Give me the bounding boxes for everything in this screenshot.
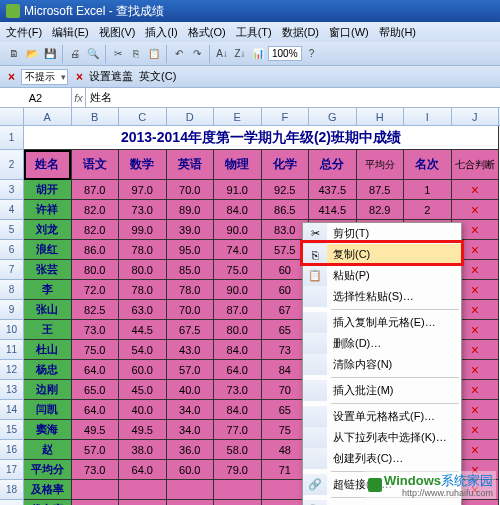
cell-r12-c4[interactable]: 64.0 bbox=[214, 360, 262, 380]
cell-r14-c4[interactable]: 84.0 bbox=[214, 400, 262, 420]
copy-icon[interactable]: ⎘ bbox=[128, 46, 144, 62]
cell-r6-c4[interactable]: 74.0 bbox=[214, 240, 262, 260]
cell-r3-c8[interactable]: 1 bbox=[404, 180, 452, 200]
cell-r8-c0[interactable]: 李 bbox=[24, 280, 72, 300]
cell-r17-c2[interactable]: 64.0 bbox=[119, 460, 167, 480]
cell-r5-c4[interactable]: 90.0 bbox=[214, 220, 262, 240]
cell-r18-c0[interactable]: 及格率 bbox=[24, 480, 72, 500]
cell-r4-c4[interactable]: 84.0 bbox=[214, 200, 262, 220]
cell-r7-c2[interactable]: 80.0 bbox=[119, 260, 167, 280]
redo-icon[interactable]: ↷ bbox=[189, 46, 205, 62]
cell-r17-c3[interactable]: 60.0 bbox=[167, 460, 215, 480]
cell-r18-c4[interactable] bbox=[214, 480, 262, 500]
cell-r13-c0[interactable]: 边刚 bbox=[24, 380, 72, 400]
row-header-4[interactable]: 4 bbox=[0, 200, 24, 220]
cell-r14-c0[interactable]: 闫凯 bbox=[24, 400, 72, 420]
cell-r16-c2[interactable]: 38.0 bbox=[119, 440, 167, 460]
cell-r5-c0[interactable]: 刘龙 bbox=[24, 220, 72, 240]
cell-r8-c3[interactable]: 78.0 bbox=[167, 280, 215, 300]
cell-r6-c3[interactable]: 95.0 bbox=[167, 240, 215, 260]
english-label[interactable]: 英文(C) bbox=[139, 69, 176, 84]
cell-r8-c4[interactable]: 90.0 bbox=[214, 280, 262, 300]
row-header-6[interactable]: 6 bbox=[0, 240, 24, 260]
menu-format[interactable]: 格式(O) bbox=[188, 25, 226, 40]
cell-r18-c1[interactable] bbox=[72, 480, 120, 500]
row-header-12[interactable]: 12 bbox=[0, 360, 24, 380]
cell-r19-c1[interactable] bbox=[72, 500, 120, 505]
ctx-item-6[interactable]: 删除(D)… bbox=[303, 333, 461, 354]
cell-r18-c2[interactable] bbox=[119, 480, 167, 500]
cell-r12-c1[interactable]: 64.0 bbox=[72, 360, 120, 380]
cell-r4-c3[interactable]: 89.0 bbox=[167, 200, 215, 220]
menu-view[interactable]: 视图(V) bbox=[99, 25, 136, 40]
cell-r13-c4[interactable]: 73.0 bbox=[214, 380, 262, 400]
cell-r14-c1[interactable]: 64.0 bbox=[72, 400, 120, 420]
cut-icon[interactable]: ✂ bbox=[110, 46, 126, 62]
cell-r12-c3[interactable]: 57.0 bbox=[167, 360, 215, 380]
row-header-3[interactable]: 3 bbox=[0, 180, 24, 200]
chart-icon[interactable]: 📊 bbox=[250, 46, 266, 62]
cell-r8-c2[interactable]: 78.0 bbox=[119, 280, 167, 300]
cell-r7-c0[interactable]: 张芸 bbox=[24, 260, 72, 280]
cell-r4-c1[interactable]: 82.0 bbox=[72, 200, 120, 220]
cell-r7-c4[interactable]: 75.0 bbox=[214, 260, 262, 280]
cell-r15-c2[interactable]: 49.5 bbox=[119, 420, 167, 440]
cell-r15-c3[interactable]: 34.0 bbox=[167, 420, 215, 440]
cell-r6-c0[interactable]: 浪红 bbox=[24, 240, 72, 260]
cell-r14-c3[interactable]: 34.0 bbox=[167, 400, 215, 420]
undo-icon[interactable]: ↶ bbox=[171, 46, 187, 62]
ctx-item-2[interactable]: 📋粘贴(P) bbox=[303, 265, 461, 286]
cell-r8-c1[interactable]: 72.0 bbox=[72, 280, 120, 300]
cell-r10-c3[interactable]: 67.5 bbox=[167, 320, 215, 340]
preview-icon[interactable]: 🔍 bbox=[85, 46, 101, 62]
new-icon[interactable]: 🗎 bbox=[6, 46, 22, 62]
hdr-judge[interactable]: 七合判断 bbox=[452, 150, 500, 180]
cell-r16-c1[interactable]: 57.0 bbox=[72, 440, 120, 460]
cell-r5-c1[interactable]: 82.0 bbox=[72, 220, 120, 240]
cell-r6-c1[interactable]: 86.0 bbox=[72, 240, 120, 260]
paste-icon[interactable]: 📋 bbox=[146, 46, 162, 62]
cell-r12-c2[interactable]: 60.0 bbox=[119, 360, 167, 380]
hdr-english[interactable]: 英语 bbox=[167, 150, 215, 180]
cell-r4-c8[interactable]: 2 bbox=[404, 200, 452, 220]
cell-r9-c4[interactable]: 87.0 bbox=[214, 300, 262, 320]
cell-r4-c2[interactable]: 73.0 bbox=[119, 200, 167, 220]
cell-r5-c3[interactable]: 39.0 bbox=[167, 220, 215, 240]
col-G[interactable]: G bbox=[309, 108, 357, 125]
close-x2-icon[interactable]: × bbox=[76, 70, 83, 84]
cell-r3-c0[interactable]: 胡开 bbox=[24, 180, 72, 200]
sheet-title[interactable]: 2013-2014年度第一学期九年级(2)班期中成绩 bbox=[24, 126, 499, 150]
cell-r10-c2[interactable]: 44.5 bbox=[119, 320, 167, 340]
row-header-16[interactable]: 16 bbox=[0, 440, 24, 460]
cell-r4-c7[interactable]: 82.9 bbox=[357, 200, 405, 220]
ctx-item-13[interactable]: 创建列表(C)… bbox=[303, 448, 461, 469]
cell-r13-c2[interactable]: 45.0 bbox=[119, 380, 167, 400]
col-F[interactable]: F bbox=[262, 108, 310, 125]
row-header-11[interactable]: 11 bbox=[0, 340, 24, 360]
cell-r11-c1[interactable]: 75.0 bbox=[72, 340, 120, 360]
cell-r18-c3[interactable] bbox=[167, 480, 215, 500]
hdr-chemistry[interactable]: 化学 bbox=[262, 150, 310, 180]
col-D[interactable]: D bbox=[167, 108, 215, 125]
hdr-rank[interactable]: 名次 bbox=[404, 150, 452, 180]
sort-asc-icon[interactable]: A↓ bbox=[214, 46, 230, 62]
cell-r9-c3[interactable]: 70.0 bbox=[167, 300, 215, 320]
col-E[interactable]: E bbox=[214, 108, 262, 125]
col-C[interactable]: C bbox=[119, 108, 167, 125]
cell-r15-c0[interactable]: 窦海 bbox=[24, 420, 72, 440]
row-header-7[interactable]: 7 bbox=[0, 260, 24, 280]
col-A[interactable]: A bbox=[24, 108, 72, 125]
cell-r3-c1[interactable]: 87.0 bbox=[72, 180, 120, 200]
cell-r7-c1[interactable]: 80.0 bbox=[72, 260, 120, 280]
cell-r11-c0[interactable]: 杜山 bbox=[24, 340, 72, 360]
row-header-19[interactable]: 19 bbox=[0, 500, 24, 505]
row-header-10[interactable]: 10 bbox=[0, 320, 24, 340]
cell-r16-c4[interactable]: 58.0 bbox=[214, 440, 262, 460]
cell-r3-c2[interactable]: 97.0 bbox=[119, 180, 167, 200]
hdr-total[interactable]: 总分 bbox=[309, 150, 357, 180]
row-header-15[interactable]: 15 bbox=[0, 420, 24, 440]
cell-r4-c0[interactable]: 许祥 bbox=[24, 200, 72, 220]
cell-r16-c0[interactable]: 赵 bbox=[24, 440, 72, 460]
menu-file[interactable]: 文件(F) bbox=[6, 25, 42, 40]
menu-tools[interactable]: 工具(T) bbox=[236, 25, 272, 40]
